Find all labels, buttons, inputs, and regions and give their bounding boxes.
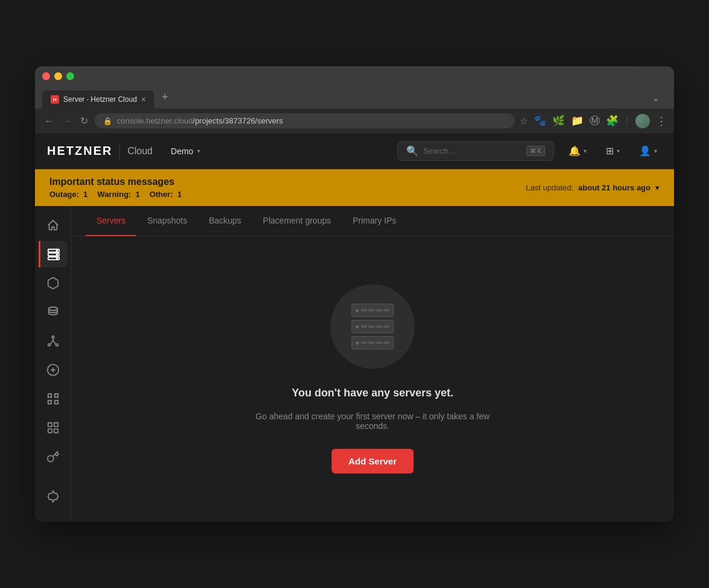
top-nav: HETZNER Cloud Demo ▾ 🔍 Search... ⌘ K 🔔 ▾ [35, 133, 674, 169]
sidebar-item-integrations[interactable] [40, 414, 66, 441]
status-banner-left: Important status messages Outage: 1 Warn… [49, 177, 526, 199]
sidebar-item-home[interactable] [40, 212, 66, 239]
project-selector[interactable]: Demo ▾ [165, 143, 206, 160]
sidebar-item-networks[interactable] [40, 328, 66, 354]
svg-rect-11 [54, 423, 57, 427]
search-icon: 🔍 [406, 145, 418, 157]
main-layout: Servers Snapshots Backups Placement grou… [35, 206, 674, 522]
server-slots-row-2 [361, 325, 389, 328]
server-icon-circle [330, 284, 415, 369]
tab-backups[interactable]: Backups [198, 206, 252, 236]
sidebar-item-security[interactable] [40, 443, 66, 470]
extension-1[interactable]: 🐾 [534, 114, 546, 127]
reload-button[interactable]: ↻ [78, 113, 90, 128]
logo-divider [119, 144, 120, 158]
last-updated-time: about 21 hours ago [578, 183, 651, 192]
svg-point-5 [57, 258, 58, 259]
close-button[interactable] [42, 72, 50, 80]
traffic-lights [42, 72, 667, 80]
content-area: Servers Snapshots Backups Placement grou… [71, 206, 674, 522]
user-menu-button[interactable]: 👤 ▾ [634, 142, 662, 160]
svg-point-6 [48, 307, 57, 311]
server-slots-row-3 [361, 342, 389, 344]
server-unit-3 [351, 336, 394, 349]
extension-4[interactable]: Ⓜ [590, 114, 600, 128]
tab-list-button[interactable]: ⌄ [644, 87, 667, 108]
last-updated-label: Last updated: [526, 183, 573, 192]
svg-rect-10 [48, 423, 51, 427]
sidebar-item-servers[interactable] [39, 241, 68, 267]
maximize-button[interactable] [66, 72, 74, 80]
search-bar[interactable]: 🔍 Search... ⌘ K [397, 141, 554, 161]
server-slot-3b [368, 342, 374, 344]
content-tabs: Servers Snapshots Backups Placement grou… [71, 206, 674, 236]
more-options-button[interactable]: ⋮ [656, 114, 667, 128]
server-slot-2c [376, 325, 382, 328]
tab-placement-groups[interactable]: Placement groups [252, 206, 342, 236]
svg-rect-12 [48, 429, 51, 433]
server-slot-2d [383, 325, 389, 328]
search-placeholder: Search... [423, 146, 455, 155]
outage-number: 1 [83, 190, 87, 199]
sidebar-item-volumes[interactable] [40, 270, 66, 296]
url-display: console.hetzner.cloud/projects/3873726/s… [117, 116, 283, 125]
server-slot-3d [383, 342, 389, 344]
minimize-button[interactable] [54, 72, 62, 80]
server-led-3 [356, 342, 359, 345]
extension-5[interactable]: 🧩 [606, 114, 619, 127]
top-nav-right: 🔍 Search... ⌘ K 🔔 ▾ ⊞ ▾ 👤 ▾ [397, 141, 662, 161]
tab-snapshots[interactable]: Snapshots [136, 206, 198, 236]
tab-close-button[interactable]: × [141, 95, 146, 104]
sidebar-item-object-storage[interactable] [40, 299, 66, 325]
search-kbd: ⌘ K [526, 146, 545, 156]
server-unit-1 [351, 304, 394, 317]
address-bar[interactable]: 🔒 console.hetzner.cloud/projects/3873726… [95, 113, 515, 128]
new-tab-button[interactable]: + [156, 86, 174, 108]
sidebar-item-load-balancers[interactable] [40, 357, 66, 383]
url-base: console.hetzner.cloud [117, 116, 193, 125]
server-slot-1a [361, 309, 367, 311]
server-slot-2b [368, 325, 374, 328]
browser-toolbar: ← → ↻ 🔒 console.hetzner.cloud/projects/3… [35, 108, 674, 133]
tab-favicon: H [51, 95, 59, 104]
outage-count: Outage: 1 [49, 190, 88, 199]
apps-button[interactable]: ⊞ ▾ [601, 142, 625, 160]
browser-chrome: H Server · Hetzner Cloud × + ⌄ [35, 66, 674, 108]
notifications-button[interactable]: 🔔 ▾ [564, 142, 591, 160]
svg-point-7 [52, 336, 54, 339]
browser-window: H Server · Hetzner Cloud × + ⌄ ← → ↻ 🔒 c… [35, 66, 674, 522]
status-counts: Outage: 1 Warning: 1 Other: 1 [49, 190, 526, 199]
browser-tabs: H Server · Hetzner Cloud × + ⌄ [42, 86, 667, 108]
forward-button[interactable]: → [60, 114, 74, 128]
svg-rect-13 [54, 429, 57, 433]
tab-servers[interactable]: Servers [86, 206, 136, 236]
status-expand-icon[interactable]: ▾ [655, 183, 660, 192]
server-led-2 [356, 325, 359, 328]
bookmark-button[interactable]: ☆ [520, 116, 528, 127]
empty-state-subtitle: Go ahead and create your first server no… [252, 411, 493, 431]
user-avatar[interactable] [635, 114, 650, 128]
server-stack [351, 304, 394, 349]
server-slot-1c [376, 309, 382, 311]
server-slot-3a [361, 342, 367, 344]
svg-point-9 [55, 344, 58, 346]
back-button[interactable]: ← [42, 114, 55, 128]
server-slot-1b [368, 309, 374, 311]
extension-3[interactable]: 📁 [571, 114, 584, 127]
server-slots-row-1 [361, 309, 389, 311]
server-slot-2a [361, 325, 367, 328]
bell-icon: 🔔 [569, 145, 581, 157]
svg-marker-14 [48, 491, 58, 502]
sidebar-item-firewalls[interactable] [40, 386, 66, 412]
warning-label: Warning: [98, 190, 131, 199]
sidebar-item-settings[interactable] [40, 483, 66, 510]
empty-state-title: You don't have any servers yet. [292, 387, 453, 399]
grid-icon: ⊞ [606, 145, 614, 157]
tab-primary-ips[interactable]: Primary IPs [342, 206, 407, 236]
add-server-button[interactable]: Add Server [332, 449, 414, 474]
server-led-1 [356, 309, 359, 312]
browser-actions: ☆ 🐾 🌿 📁 Ⓜ 🧩 | ⋮ [520, 114, 667, 128]
active-tab[interactable]: H Server · Hetzner Cloud × [42, 90, 154, 108]
extension-2[interactable]: 🌿 [552, 114, 565, 127]
warning-number: 1 [136, 190, 140, 199]
